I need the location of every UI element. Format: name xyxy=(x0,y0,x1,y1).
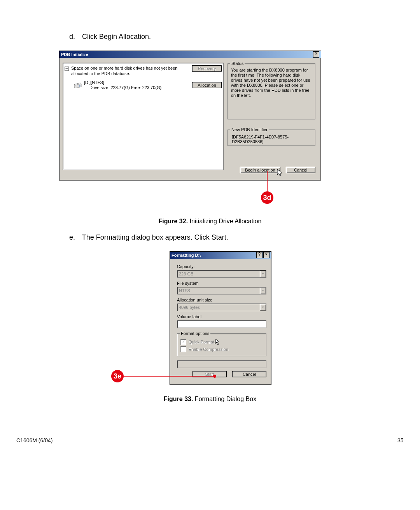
enable-compression-checkbox[interactable]: ✓ xyxy=(180,346,186,352)
step-e-text: The Formatting dialog box appears. Click… xyxy=(82,233,228,241)
begin-allocation-button[interactable]: Begin allocation xyxy=(240,167,280,173)
allocation-unit-size-label: Allocation unit size xyxy=(177,298,266,302)
figure-33-text: Formatting Dialog Box xyxy=(193,396,256,402)
svg-point-0 xyxy=(79,86,80,86)
capacity-combo[interactable] xyxy=(177,270,266,278)
filesystem-value xyxy=(177,287,260,294)
capacity-label: Capacity: xyxy=(177,264,266,269)
format-options-label: Format options xyxy=(180,331,210,336)
progress-bar xyxy=(177,360,266,368)
formatting-title-text: Formatting D:\ xyxy=(172,252,201,259)
figure-32-text: Initializing Drive Allocation xyxy=(188,218,261,224)
recovery-button[interactable]: Recovery xyxy=(192,65,222,72)
volume-label-label: Volume label xyxy=(177,314,266,319)
step-d-line: d. Click Begin Allocation. xyxy=(69,33,151,41)
formatting-titlebar[interactable]: Formatting D:\ ? × xyxy=(170,252,271,259)
status-label: Status xyxy=(230,61,245,66)
cancel-button[interactable]: Cancel xyxy=(232,371,266,377)
callout-3d-line xyxy=(267,171,268,193)
drive-entry[interactable]: [D:][NTFS] Drive size: 223.77(G) Free: 2… xyxy=(84,80,190,90)
tree-root-text: Space on one or more hard disk drives ha… xyxy=(71,65,190,76)
help-icon[interactable]: ? xyxy=(256,252,262,258)
volume-label-input[interactable] xyxy=(177,320,266,328)
figure-33-caption: Figure 33. Formatting Dialog Box xyxy=(93,396,327,403)
callout-3e-badge: 3e xyxy=(111,370,124,382)
drive-name: [D:][NTFS] xyxy=(84,80,190,85)
step-d-text: Click Begin Allocation. xyxy=(82,33,151,40)
pdb-identifier-value: [DF5A8219-F4F1-4E07-8575-D2B35D250586] xyxy=(232,135,312,144)
quick-format-checkbox[interactable]: ✓ xyxy=(180,339,186,345)
status-group: Status You are starting the DX8000 progr… xyxy=(228,63,315,119)
callout-3e-line xyxy=(124,376,215,377)
step-e-letter: e. xyxy=(69,233,80,242)
capacity-value xyxy=(177,270,260,277)
figure-33-label: Figure 33. xyxy=(164,396,193,402)
cursor-icon xyxy=(215,338,220,345)
enable-compression-label: Enable Compression xyxy=(189,347,228,352)
tree-collapse-icon[interactable]: – xyxy=(65,67,69,71)
close-icon[interactable]: × xyxy=(313,51,319,58)
chevron-down-icon[interactable] xyxy=(260,304,266,311)
figure-32-caption: Figure 32. Initializing Drive Allocation xyxy=(93,218,327,225)
allocation-button[interactable]: Allocation xyxy=(192,82,222,88)
close-icon[interactable]: × xyxy=(263,252,270,258)
formatting-dialog: Formatting D:\ ? × Capacity: File system… xyxy=(170,251,271,385)
filesystem-combo[interactable] xyxy=(177,287,266,294)
allocation-unit-size-combo[interactable] xyxy=(177,303,266,311)
footer-doc-id: C1606M (6/04) xyxy=(16,437,52,443)
filesystem-label: File system xyxy=(177,281,266,286)
drive-tree-panel: – Space on one or more hard disk drives … xyxy=(63,63,224,170)
status-text: You are starting the DX8000 program for … xyxy=(231,68,312,98)
chevron-down-icon[interactable] xyxy=(260,287,266,294)
pdb-titlebar[interactable]: PDB Initialize × xyxy=(60,51,321,58)
step-e-line: e. The Formatting dialog box appears. Cl… xyxy=(69,233,228,242)
cancel-button[interactable]: Cancel xyxy=(286,167,315,173)
pdb-title-text: PDB Initialize xyxy=(61,51,88,58)
figure-32-label: Figure 32. xyxy=(159,218,188,224)
drive-info: Drive size: 223.77(G) Free: 223.70(G) xyxy=(84,85,190,90)
quick-format-label: Quick Format xyxy=(189,340,214,344)
pdb-identifier-group: New PDB Identifier [DF5A8219-F4F1-4E07-8… xyxy=(228,130,315,146)
allocation-unit-size-value xyxy=(177,304,260,311)
pdb-initialize-dialog: PDB Initialize × – Space on one or more … xyxy=(59,51,321,181)
hard-drive-icon xyxy=(74,82,82,88)
format-options-group: Format options ✓ Quick Format ✓ Enable C… xyxy=(177,333,266,356)
chevron-down-icon[interactable] xyxy=(260,270,266,277)
callout-3d-badge: 3d xyxy=(261,191,273,204)
footer-page-number: 35 xyxy=(397,437,404,443)
pdb-identifier-label: New PDB Identifier xyxy=(230,127,269,132)
step-d-letter: d. xyxy=(69,33,80,41)
